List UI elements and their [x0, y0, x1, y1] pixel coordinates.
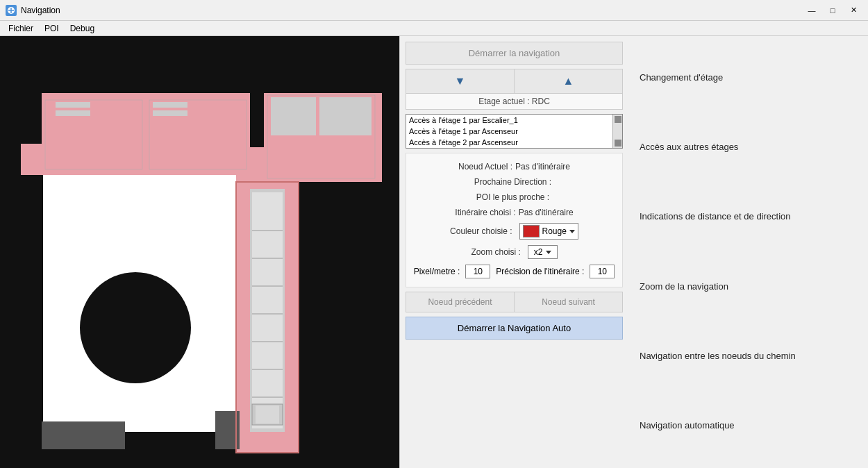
start-nav-button[interactable]: Démarrer la navigation [406, 42, 623, 65]
label-access-floors: Accès aux autres étages [640, 140, 857, 155]
svg-rect-9 [21, 144, 76, 175]
svg-rect-27 [0, 175, 43, 439]
auto-nav-button[interactable]: Démarrer la Navigation Auto [406, 317, 623, 340]
pixel-label: Pixel/metre : [414, 267, 460, 276]
main-content: Démarrer la navigation ▼ ▲ Etage actuel … [0, 36, 868, 468]
svg-point-24 [80, 272, 191, 383]
map-area[interactable] [0, 36, 399, 468]
minimize-button[interactable]: — [803, 3, 821, 17]
svg-rect-33 [153, 102, 187, 108]
zoom-dropdown[interactable]: x2 [528, 245, 558, 259]
nearest-poi-row: POI le plus proche : [412, 190, 617, 205]
access-item-3[interactable]: Accès à l'étage 2 par Ascenseur [406, 137, 622, 148]
svg-rect-28 [0, 36, 399, 93]
svg-rect-32 [56, 110, 90, 116]
svg-rect-34 [153, 110, 187, 116]
floor-info: Etage actuel : RDC [406, 94, 623, 110]
current-node-label: Noeud Actuel : [458, 162, 512, 172]
svg-rect-23 [256, 406, 279, 424]
label-floor-change: Changement d'étage [640, 71, 857, 85]
floor-change-buttons: ▼ ▲ [406, 69, 623, 94]
app-icon [6, 5, 17, 16]
color-swatch [523, 225, 540, 237]
access-list-container[interactable]: Accès à l'étage 1 par Escalier_1 Accès à… [406, 114, 623, 149]
chosen-route-label: Itinéraire choisi : [455, 208, 515, 217]
labels-area: Changement d'étage Accès aux autres étag… [628, 36, 868, 468]
floor-plan-svg [0, 36, 399, 468]
menu-fichier[interactable]: Fichier [3, 22, 39, 35]
svg-rect-38 [42, 421, 125, 449]
svg-rect-14 [252, 192, 283, 428]
svg-rect-31 [56, 102, 90, 108]
color-value: Rouge [542, 226, 567, 236]
label-zoom-nav: Zoom de la navigation [640, 280, 857, 294]
pixel-input[interactable] [465, 265, 490, 278]
next-direction-row: Prochaine Direction : [412, 174, 617, 190]
menu-debug[interactable]: Debug [65, 22, 100, 35]
title-bar: Navigation — □ ✕ [0, 0, 868, 21]
next-node-button[interactable]: Noeud suivant [514, 292, 623, 312]
chosen-route-row: Itinéraire choisi : Pas d'itinéraire [412, 205, 617, 220]
current-node-value: Pas d'itinéraire [515, 162, 570, 172]
label-auto-nav: Navigation automatique [640, 419, 857, 433]
zoom-dropdown-arrow [546, 251, 551, 254]
access-item-1[interactable]: Accès à l'étage 1 par Escalier_1 [406, 115, 622, 126]
svg-rect-36 [271, 97, 316, 135]
color-label: Couleur choisie : [450, 226, 512, 236]
zoom-label: Zoom choisi : [471, 247, 520, 257]
color-selector-row: Couleur choisie : Rouge [412, 220, 617, 242]
label-distance-direction: Indications de distance et de direction [640, 210, 857, 224]
floor-change-section: ▼ ▲ Etage actuel : RDC [406, 69, 623, 110]
zoom-value: x2 [534, 247, 543, 257]
access-item-2[interactable]: Accès à l'étage 1 par Ascenseur [406, 126, 622, 137]
color-dropdown[interactable]: Rouge [519, 223, 578, 240]
current-node-row: Noeud Actuel : Pas d'itinéraire [412, 159, 617, 174]
floor-down-button[interactable]: ▼ [406, 69, 515, 93]
close-button[interactable]: ✕ [844, 3, 862, 17]
maximize-button[interactable]: □ [824, 3, 842, 17]
precision-input[interactable] [590, 265, 615, 278]
access-scrollbar[interactable] [612, 115, 622, 148]
zoom-row: Zoom choisi : x2 [412, 242, 617, 262]
next-direction-label: Prochaine Direction : [474, 177, 551, 187]
right-panel: Démarrer la navigation ▼ ▲ Etage actuel … [399, 36, 628, 468]
window-title: Navigation [21, 6, 803, 15]
color-dropdown-arrow [569, 230, 575, 233]
precision-label: Précision de l'itinéraire : [496, 267, 584, 276]
access-list: Accès à l'étage 1 par Escalier_1 Accès à… [406, 115, 622, 148]
nearest-poi-label: POI le plus proche : [476, 192, 549, 202]
info-section: Noeud Actuel : Pas d'itinéraire Prochain… [406, 153, 623, 287]
label-node-nav: Navigation entre les noeuds du chemin [640, 349, 857, 364]
window-controls: — □ ✕ [803, 3, 862, 17]
chosen-route-value: Pas d'itinéraire [519, 208, 574, 217]
pixel-row: Pixel/metre : Précision de l'itinéraire … [412, 262, 617, 281]
menu-bar: Fichier POI Debug [0, 21, 868, 36]
floor-up-button[interactable]: ▲ [515, 69, 622, 93]
svg-rect-37 [319, 97, 372, 135]
nav-buttons-row: Noeud précédent Noeud suivant [406, 292, 623, 312]
menu-poi[interactable]: POI [39, 22, 65, 35]
prev-node-button[interactable]: Noeud précédent [406, 292, 514, 312]
